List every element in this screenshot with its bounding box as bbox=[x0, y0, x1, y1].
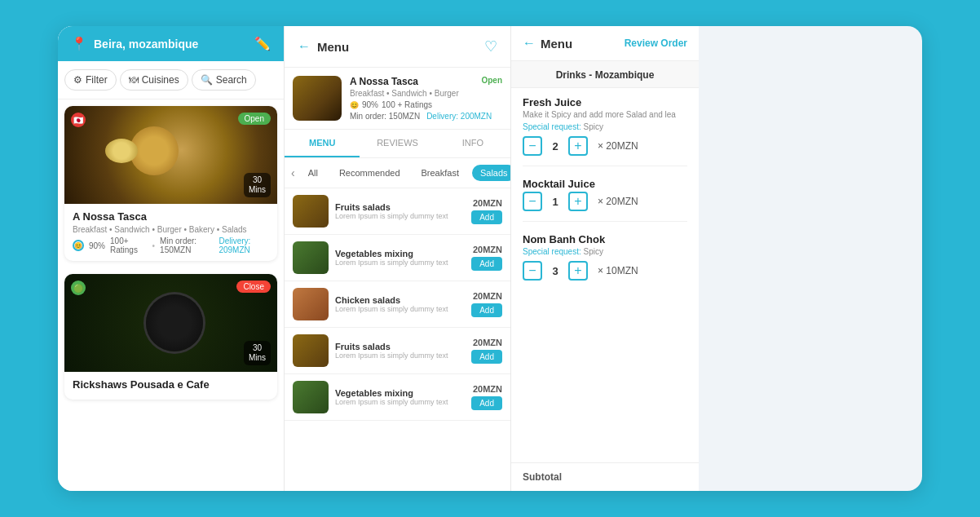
hero-min-order: Min order: 150MZN bbox=[350, 112, 420, 121]
hero-reviews: 100 + Ratings bbox=[382, 100, 432, 109]
hero-thumbnail bbox=[293, 76, 342, 121]
cat-prev-icon[interactable]: ‹ bbox=[291, 166, 295, 179]
review-order-link[interactable]: Review Order bbox=[625, 38, 687, 49]
order-back-arrow-icon[interactable]: ← bbox=[523, 36, 536, 51]
qty-minus-button[interactable]: − bbox=[523, 192, 542, 211]
order-item: Mocktail Juice − 1 + × 20MZN bbox=[523, 178, 687, 222]
qty-plus-button[interactable]: + bbox=[568, 136, 588, 156]
menu-header: ← Menu ♡ bbox=[285, 26, 510, 68]
cat-recommended[interactable]: Recommended bbox=[331, 165, 408, 181]
delivery-text: Delivery: 209MZN bbox=[219, 236, 269, 254]
cat-all[interactable]: All bbox=[300, 165, 326, 181]
tab-menu[interactable]: MENU bbox=[285, 130, 360, 157]
item-thumbnail bbox=[293, 288, 329, 320]
order-section-title: Drinks - Mozambique bbox=[511, 61, 699, 88]
menu-item-row: Fruits salads Lorem Ipsum is simply dumm… bbox=[285, 188, 510, 235]
item-right: 20MZN Add bbox=[471, 245, 502, 271]
tab-reviews[interactable]: REVIEWS bbox=[360, 130, 435, 157]
back-arrow-icon[interactable]: ← bbox=[298, 39, 311, 54]
tab-info[interactable]: INFO bbox=[435, 130, 510, 157]
menu-panel: ← Menu ♡ A Nossa Tasca Open Breakfast • … bbox=[285, 26, 511, 491]
item-right: 20MZN Add bbox=[471, 198, 502, 224]
location-text: Beira, mozambique bbox=[94, 38, 198, 51]
item-price: 20MZN bbox=[473, 384, 502, 394]
hero-name: A Nossa Tasca bbox=[350, 76, 418, 87]
restaurant-hero: A Nossa Tasca Open Breakfast • Sandwich … bbox=[285, 68, 510, 130]
restaurant-card[interactable]: 🇯🇵 Open 30Mins A Nossa Tasca Breakfast •… bbox=[64, 106, 277, 261]
qty-price: × 10MZN bbox=[598, 265, 638, 276]
add-button[interactable]: Add bbox=[471, 303, 502, 317]
pin-icon: 📍 bbox=[71, 36, 87, 51]
location-bar: 📍 Beira, mozambique ✏️ bbox=[58, 26, 284, 61]
qty-number: 3 bbox=[549, 265, 562, 277]
item-price: 20MZN bbox=[473, 291, 502, 301]
qty-row: − 2 + × 20MZN bbox=[523, 136, 687, 156]
hero-rating: 😊 90% 100 + Ratings bbox=[350, 100, 502, 109]
item-info: Fruits salads Lorem Ipsum is simply dumm… bbox=[335, 342, 465, 360]
open-badge: Open bbox=[238, 113, 271, 125]
subtotal-label: Subtotal bbox=[523, 471, 562, 483]
search-icon: 🔍 bbox=[201, 74, 213, 86]
hero-rating-value: 90% bbox=[362, 100, 378, 109]
location-info: 📍 Beira, mozambique bbox=[71, 36, 198, 51]
filter-button[interactable]: ⚙ Filter bbox=[64, 69, 117, 91]
item-name: Chicken salads bbox=[335, 295, 465, 305]
close-badge: Close bbox=[236, 281, 271, 293]
item-desc: Lorem Ipsum is simply dummy text bbox=[335, 398, 465, 406]
rating-value: 90% bbox=[89, 241, 105, 250]
search-button[interactable]: 🔍 Search bbox=[192, 69, 256, 91]
add-button[interactable]: Add bbox=[471, 257, 502, 271]
cuisines-button[interactable]: 🍽 Cuisines bbox=[120, 69, 188, 91]
item-price: 20MZN bbox=[473, 245, 502, 254]
heart-icon[interactable]: ♡ bbox=[484, 38, 497, 55]
item-info: Fruits salads Lorem Ipsum is simply dumm… bbox=[335, 202, 465, 220]
order-item-name: Mocktail Juice bbox=[523, 178, 687, 190]
hero-thumb-image bbox=[293, 76, 342, 121]
order-item: Fresh Juice Make it Spicy and add more S… bbox=[523, 96, 687, 166]
qty-row: − 3 + × 10MZN bbox=[523, 261, 687, 281]
edit-icon[interactable]: ✏️ bbox=[254, 36, 271, 51]
add-button[interactable]: Add bbox=[471, 396, 502, 410]
order-item-special: Special request: Spicy bbox=[523, 247, 687, 256]
menu-item-row: Chicken salads Lorem Ipsum is simply dum… bbox=[285, 281, 510, 328]
order-item-name: Nom Banh Chok bbox=[523, 233, 687, 245]
order-item: Nom Banh Chok Special request: Spicy − 3… bbox=[523, 233, 687, 290]
rating-circle-icon: 😊 bbox=[350, 101, 359, 109]
item-right: 20MZN Add bbox=[471, 384, 502, 410]
add-button[interactable]: Add bbox=[471, 350, 502, 364]
flag-icon: 🟢 bbox=[71, 281, 86, 295]
category-scroll: ‹ All Recommended Breakfast Salads bbox=[285, 158, 510, 188]
qty-price: × 20MZN bbox=[598, 140, 638, 152]
item-info: Vegetables mixing Lorem Ipsum is simply … bbox=[335, 249, 465, 267]
flag-icon: 🇯🇵 bbox=[71, 113, 86, 127]
order-header-left: ← Menu bbox=[523, 36, 572, 51]
hero-delivery: Delivery: 200MZN bbox=[426, 112, 492, 121]
order-menu-title: Menu bbox=[541, 37, 572, 51]
qty-row: − 1 + × 20MZN bbox=[523, 192, 687, 211]
special-value: Spicy bbox=[584, 247, 603, 256]
qty-minus-button[interactable]: − bbox=[523, 136, 542, 156]
order-header: ← Menu Review Order bbox=[511, 26, 699, 61]
restaurant-info: A Nossa Tasca Breakfast • Sandwich • Bur… bbox=[64, 204, 277, 261]
cat-salads[interactable]: Salads bbox=[472, 165, 510, 181]
item-price: 20MZN bbox=[473, 198, 502, 208]
item-desc: Lorem Ipsum is simply dummy text bbox=[335, 305, 465, 313]
rating-icon: 😊 bbox=[73, 240, 84, 251]
special-label: Special request: bbox=[523, 122, 581, 131]
qty-minus-button[interactable]: − bbox=[523, 261, 542, 281]
cat-breakfast[interactable]: Breakfast bbox=[413, 165, 467, 181]
order-item-name: Fresh Juice bbox=[523, 96, 687, 108]
filter-bar: ⚙ Filter 🍽 Cuisines 🔍 Search bbox=[58, 61, 284, 99]
menu-items-list: Fruits salads Lorem Ipsum is simply dumm… bbox=[285, 188, 510, 491]
menu-item-row: Fruits salads Lorem Ipsum is simply dumm… bbox=[285, 328, 510, 374]
item-name: Fruits salads bbox=[335, 342, 465, 351]
time-badge: 30Mins bbox=[244, 341, 271, 365]
item-price: 20MZN bbox=[473, 338, 502, 347]
hero-tags: Breakfast • Sandwich • Burger bbox=[350, 89, 502, 98]
add-button[interactable]: Add bbox=[471, 210, 502, 224]
qty-plus-button[interactable]: + bbox=[568, 192, 588, 211]
restaurant-card[interactable]: 🟢 Close 30Mins Rickshaws Pousada e Cafe bbox=[64, 274, 277, 400]
separator: • bbox=[152, 241, 156, 250]
restaurant-tags: Breakfast • Sandwich • Burger • Bakery •… bbox=[73, 225, 269, 234]
qty-plus-button[interactable]: + bbox=[568, 261, 588, 281]
